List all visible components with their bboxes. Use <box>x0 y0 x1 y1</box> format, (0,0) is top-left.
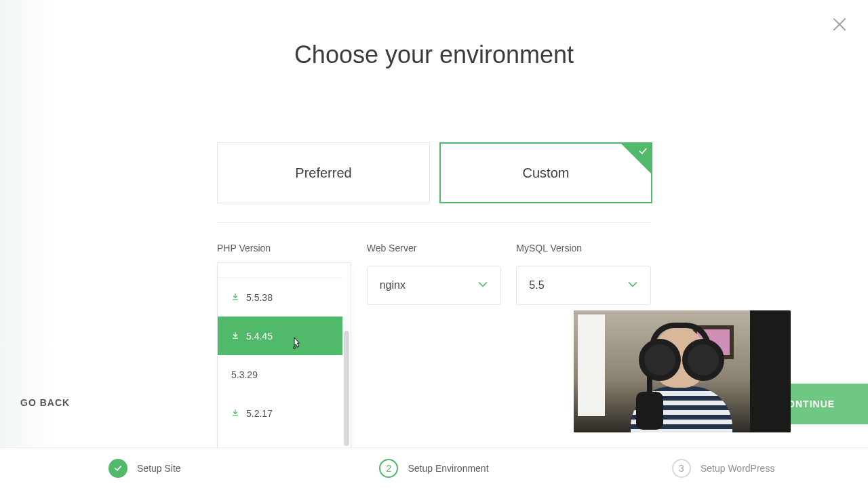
wizard-steps: Setup Site 2 Setup Environment 3 Setup W… <box>0 447 868 488</box>
label-php: PHP Version <box>217 243 352 253</box>
step-1[interactable]: Setup Site <box>0 459 290 478</box>
go-back-link[interactable]: GO BACK <box>20 397 70 408</box>
webcam-overlay <box>574 310 791 432</box>
col-web: Web Server nginx <box>367 243 502 305</box>
select-web-server[interactable]: nginx <box>367 266 502 305</box>
step-1-label: Setup Site <box>137 463 181 474</box>
php-option-5-4-45[interactable]: 5.4.45 <box>218 317 342 355</box>
page-title: Choose your environment <box>0 41 868 69</box>
chevron-down-icon <box>477 279 488 292</box>
step-2-label: Setup Environment <box>408 463 488 474</box>
step-2-num: 2 <box>379 459 398 478</box>
divider <box>217 222 651 223</box>
php-option-label: 5.2.17 <box>246 408 273 419</box>
php-option-label: 5.3.29 <box>231 369 258 380</box>
scrollbar[interactable] <box>344 331 349 446</box>
download-icon <box>231 331 239 342</box>
chevron-down-icon <box>627 279 638 292</box>
php-option-label: 5.5.38 <box>246 292 273 303</box>
php-option-5-2-17[interactable]: 5.2.17 <box>218 394 342 432</box>
step-3-num: 3 <box>672 459 691 478</box>
card-custom-label: Custom <box>523 165 570 181</box>
download-icon <box>231 292 239 303</box>
card-custom[interactable]: Custom <box>439 142 652 203</box>
php-option-partial[interactable] <box>218 263 342 278</box>
php-dropdown[interactable]: 5.5.38 5.4.45 5.3.29 5.2.17 5.2.4 <box>217 262 351 461</box>
env-cards: Preferred Custom <box>217 142 652 203</box>
close-icon <box>831 16 848 33</box>
step-2[interactable]: 2 Setup Environment <box>290 459 579 478</box>
selected-corner <box>621 144 651 174</box>
php-option-5-5-38[interactable]: 5.5.38 <box>218 278 342 317</box>
label-mysql: MySQL Version <box>516 243 651 253</box>
step-3-label: Setup WordPress <box>701 463 774 474</box>
check-icon <box>638 146 648 156</box>
card-preferred-label: Preferred <box>295 165 351 181</box>
check-icon <box>113 464 123 473</box>
label-web: Web Server <box>367 243 502 253</box>
select-mysql[interactable]: 5.5 <box>516 266 651 305</box>
php-option-5-3-29[interactable]: 5.3.29 <box>218 355 342 394</box>
close-button[interactable] <box>831 16 848 33</box>
php-option-label: 5.4.45 <box>246 331 273 342</box>
step-3[interactable]: 3 Setup WordPress <box>578 459 868 478</box>
col-mysql: MySQL Version 5.5 <box>516 243 651 305</box>
card-preferred[interactable]: Preferred <box>217 142 430 203</box>
download-icon <box>231 408 239 419</box>
select-mysql-value: 5.5 <box>529 279 544 291</box>
select-web-value: nginx <box>380 279 406 291</box>
